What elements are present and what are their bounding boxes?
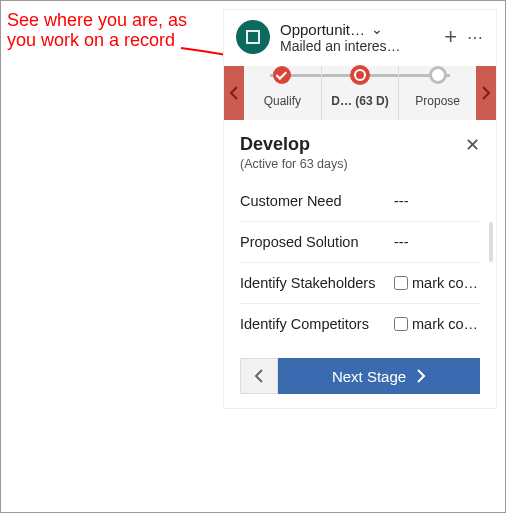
stage-scroll-left[interactable] <box>224 66 244 120</box>
close-icon[interactable]: ✕ <box>465 134 480 156</box>
stage-label: Propose <box>415 94 460 108</box>
scrollbar-track[interactable] <box>489 72 495 408</box>
field-value: --- <box>394 234 480 250</box>
stage-label: D… (63 D) <box>331 94 388 108</box>
chevron-down-icon[interactable]: ⌄ <box>371 21 383 37</box>
field-label: Identify Competitors <box>240 316 386 332</box>
field-row[interactable]: Identify Stakeholders mark co… <box>240 263 480 304</box>
next-stage-label: Next Stage <box>332 368 406 385</box>
record-card: Opportunit… ⌄ Mailed an interes… + ⋯ Qua… <box>223 9 497 409</box>
field-value: mark co… <box>394 316 480 332</box>
chevron-right-icon <box>416 369 426 383</box>
stage-node-done-icon <box>273 66 291 84</box>
field-row[interactable]: Customer Need --- <box>240 189 480 222</box>
stage-propose[interactable]: Propose <box>399 66 476 120</box>
mark-complete-checkbox[interactable] <box>394 317 408 331</box>
stage-node-future-icon <box>429 66 447 84</box>
field-label: Proposed Solution <box>240 234 386 250</box>
record-subtitle: Mailed an interes… <box>280 38 430 54</box>
field-value: mark co… <box>394 275 480 291</box>
stage-flyout: Develop (Active for 63 days) ✕ Customer … <box>224 120 496 408</box>
stage-qualify[interactable]: Qualify <box>244 66 322 120</box>
next-stage-button[interactable]: Next Stage <box>278 358 480 394</box>
stage-node-current-icon <box>350 65 370 85</box>
field-row[interactable]: Proposed Solution --- <box>240 222 480 263</box>
flyout-fields: Customer Need --- Proposed Solution --- … <box>240 189 480 344</box>
stage-develop[interactable]: D… (63 D) <box>322 66 400 120</box>
add-button[interactable]: + <box>444 24 457 50</box>
mark-complete-checkbox[interactable] <box>394 276 408 290</box>
flyout-subtitle: (Active for 63 days) <box>240 157 348 171</box>
flyout-title: Develop <box>240 134 348 155</box>
field-row[interactable]: Identify Competitors mark co… <box>240 304 480 344</box>
more-menu-button[interactable]: ⋯ <box>467 28 484 47</box>
checkbox-label: mark co… <box>412 275 478 291</box>
field-value: --- <box>394 193 480 209</box>
process-track: Qualify D… (63 D) Propose <box>224 66 496 120</box>
callout-text: See where you are, as you work on a reco… <box>7 11 217 51</box>
card-header: Opportunit… ⌄ Mailed an interes… + ⋯ <box>224 10 496 60</box>
record-type-icon <box>236 20 270 54</box>
scrollbar-thumb[interactable] <box>489 222 493 262</box>
stage-label: Qualify <box>264 94 301 108</box>
previous-stage-button[interactable] <box>240 358 278 394</box>
field-label: Identify Stakeholders <box>240 275 386 291</box>
field-label: Customer Need <box>240 193 386 209</box>
record-type-label: Opportunit… <box>280 21 365 38</box>
checkbox-label: mark co… <box>412 316 478 332</box>
